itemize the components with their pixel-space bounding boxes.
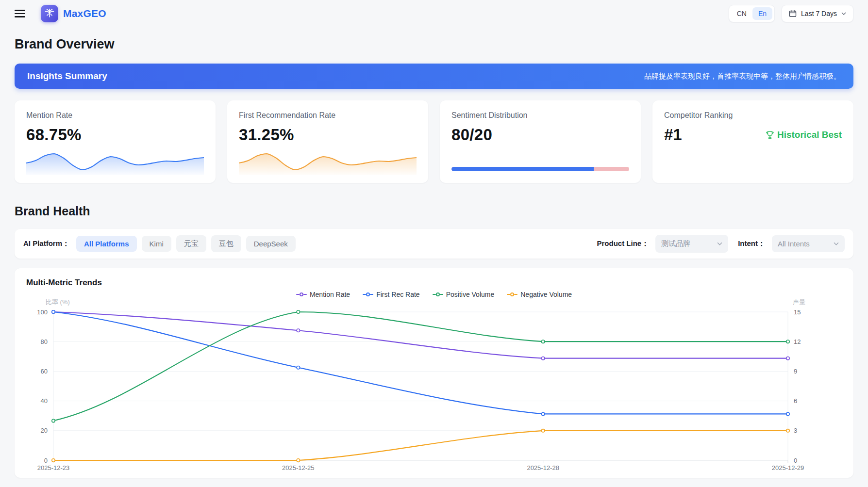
- metric-cards: Mention Rate 68.75% First Recommendation…: [15, 100, 853, 183]
- card-value: 31.25%: [239, 126, 417, 144]
- intent-label: Intent：: [738, 239, 765, 248]
- svg-text:6: 6: [794, 397, 797, 405]
- svg-text:比率 (%): 比率 (%): [46, 298, 70, 306]
- platform-chip-deepseek[interactable]: DeepSeek: [246, 236, 296, 252]
- card-value: 80/20: [451, 126, 629, 144]
- card-title: First Recommendation Rate: [239, 111, 417, 120]
- product-line-label: Product Line：: [597, 239, 649, 248]
- page-title: Brand Overview: [15, 37, 853, 52]
- language-toggle: CN En: [729, 5, 775, 22]
- trend-chart-canvas: 00203406609801210015比率 (%)声量2025-12-2320…: [26, 298, 842, 471]
- mention-rate-card: Mention Rate 68.75%: [15, 100, 216, 183]
- svg-text:3: 3: [794, 427, 797, 434]
- legend-item-mention-rate[interactable]: Mention Rate: [296, 291, 350, 298]
- card-title: Competitor Ranking: [664, 111, 842, 120]
- svg-text:60: 60: [41, 368, 48, 375]
- lang-cn-button[interactable]: CN: [731, 7, 752, 20]
- platform-chip-all[interactable]: All Platforms: [76, 236, 137, 252]
- sentiment-card: Sentiment Distribution 80/20: [440, 100, 641, 183]
- sentiment-progress-bar: [451, 167, 629, 171]
- multi-metric-trends-card: Multi-Metric Trends Mention Rate First R…: [15, 268, 853, 478]
- chevron-down-icon: [717, 242, 722, 245]
- filter-bar: AI Platform： All Platforms Kimi 元宝 豆包 De…: [15, 229, 853, 259]
- svg-text:2025-12-25: 2025-12-25: [282, 464, 315, 471]
- platform-chip-doubao[interactable]: 豆包: [211, 235, 241, 252]
- sentiment-positive-fill: [451, 167, 594, 171]
- lang-en-button[interactable]: En: [752, 7, 772, 20]
- legend-item-positive-volume[interactable]: Positive Volume: [433, 291, 495, 298]
- svg-text:9: 9: [794, 368, 797, 375]
- svg-text:80: 80: [41, 338, 48, 345]
- legend-label: Positive Volume: [446, 291, 495, 298]
- svg-text:0: 0: [44, 457, 48, 464]
- menu-icon[interactable]: [15, 10, 25, 17]
- platform-chip-yuanbao[interactable]: 元宝: [176, 235, 206, 252]
- card-title: Mention Rate: [26, 111, 204, 120]
- card-title: Sentiment Distribution: [451, 111, 629, 120]
- svg-text:声量: 声量: [793, 298, 805, 306]
- insights-summary-banner: Insights Summary 品牌提及率表现良好，首推率表现中等，整体用户情…: [15, 64, 853, 89]
- brand-name: MaxGEO: [63, 8, 106, 19]
- intent-value: All Intents: [778, 240, 810, 248]
- product-line-select[interactable]: 测试品牌: [655, 235, 728, 253]
- trophy-icon: [765, 130, 775, 140]
- svg-text:0: 0: [794, 457, 797, 464]
- insights-title: Insights Summary: [27, 71, 107, 81]
- svg-text:2025-12-29: 2025-12-29: [772, 464, 804, 471]
- product-line-value: 测试品牌: [661, 239, 690, 248]
- first-rec-sparkline: [239, 147, 417, 175]
- first-rec-rate-card: First Recommendation Rate 31.25%: [227, 100, 428, 183]
- chevron-down-icon: [834, 242, 839, 245]
- legend-label: First Rec Rate: [376, 291, 419, 298]
- legend-item-negative-volume[interactable]: Negative Volume: [507, 291, 572, 298]
- svg-text:2025-12-28: 2025-12-28: [527, 464, 559, 471]
- mention-rate-sparkline: [26, 147, 204, 175]
- badge-label: Historical Best: [777, 130, 842, 140]
- svg-text:12: 12: [794, 338, 801, 345]
- brand-health-title: Brand Health: [15, 204, 853, 218]
- insights-summary-text: 品牌提及率表现良好，首推率表现中等，整体用户情感积极。: [644, 72, 841, 81]
- chart-title: Multi-Metric Trends: [26, 278, 842, 288]
- svg-text:100: 100: [37, 308, 48, 316]
- platform-filter-label: AI Platform：: [23, 239, 69, 248]
- top-bar: MaxGEO CN En Last 7 Days: [0, 0, 868, 27]
- chart-legend: Mention Rate First Rec Rate Positive Vol…: [26, 291, 842, 298]
- legend-item-first-rec-rate[interactable]: First Rec Rate: [363, 291, 419, 298]
- calendar-icon: [789, 10, 797, 17]
- intent-select[interactable]: All Intents: [772, 235, 845, 252]
- brand-logo-icon[interactable]: [41, 5, 58, 22]
- card-value: 68.75%: [26, 126, 204, 144]
- chevron-down-icon: [841, 12, 846, 15]
- svg-text:15: 15: [794, 308, 801, 316]
- svg-text:40: 40: [41, 397, 48, 405]
- svg-text:20: 20: [41, 427, 48, 434]
- platform-chip-kimi[interactable]: Kimi: [142, 236, 171, 252]
- date-range-value: Last 7 Days: [801, 10, 837, 17]
- rank-value: #1: [664, 126, 682, 144]
- historical-best-badge: Historical Best: [765, 130, 842, 140]
- date-range-selector[interactable]: Last 7 Days: [782, 5, 853, 22]
- legend-label: Negative Volume: [520, 291, 572, 298]
- legend-label: Mention Rate: [310, 291, 350, 298]
- competitor-ranking-card: Competitor Ranking #1 Historical Best: [652, 100, 853, 183]
- svg-text:2025-12-23: 2025-12-23: [37, 464, 70, 471]
